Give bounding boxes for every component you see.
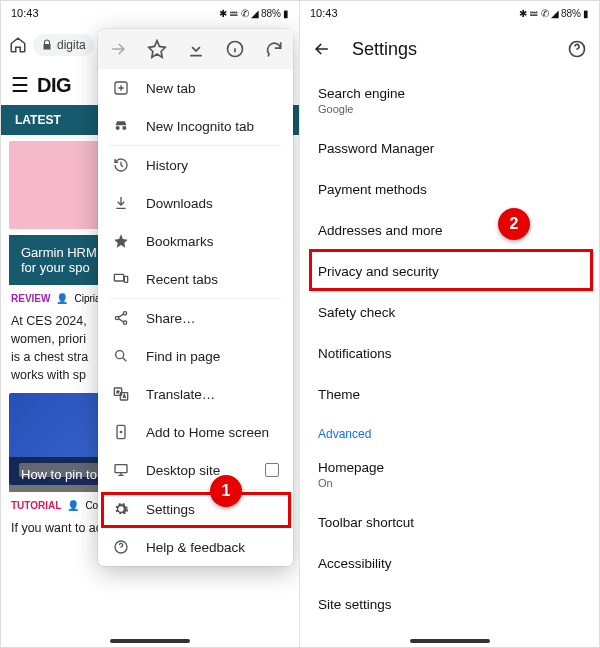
tag-review: REVIEW — [11, 293, 50, 304]
status-time: 10:43 — [11, 7, 39, 19]
menu-recent-tabs[interactable]: Recent tabs — [98, 260, 293, 298]
gesture-bar — [110, 639, 190, 643]
menu-label: Translate… — [146, 387, 215, 402]
settings-section-advanced: Advanced — [300, 415, 599, 447]
battery-icon: ▮ — [583, 8, 589, 19]
settings-theme[interactable]: Theme — [300, 374, 599, 415]
download-arrow-icon — [112, 195, 130, 211]
hamburger-icon[interactable]: ☰ — [11, 73, 29, 97]
menu-label: Recent tabs — [146, 272, 218, 287]
page-title: Settings — [352, 39, 417, 60]
settings-safety-check[interactable]: Safety check — [300, 292, 599, 333]
menu-incognito[interactable]: New Incognito tab — [98, 107, 293, 145]
status-bar: 10:43 ✱ ⩸ ✆ ◢ 88% ▮ — [1, 1, 299, 25]
phone-plus-icon — [112, 424, 130, 440]
setting-label: Addresses and more — [318, 223, 581, 238]
settings-site-settings[interactable]: Site settings — [300, 584, 599, 625]
status-bar: 10:43 ✱ ⩸ ✆ ◢ 88% ▮ — [300, 1, 599, 25]
callout-badge-1: 1 — [210, 475, 242, 507]
battery-pct: 88% — [261, 8, 281, 19]
star-icon[interactable] — [141, 33, 173, 65]
signal-icon: ◢ — [551, 8, 559, 19]
info-icon[interactable] — [219, 33, 251, 65]
search-icon — [112, 348, 130, 364]
url-chip[interactable]: digita — [33, 34, 94, 56]
menu-downloads[interactable]: Downloads — [98, 184, 293, 222]
setting-sub: Google — [318, 103, 581, 115]
back-icon[interactable] — [312, 39, 332, 59]
setting-label: Password Manager — [318, 141, 581, 156]
setting-label: Homepage — [318, 460, 581, 475]
phone-icon: ✆ — [241, 8, 249, 19]
menu-label: Desktop site — [146, 463, 220, 478]
settings-addresses[interactable]: Addresses and more — [300, 210, 599, 251]
setting-label: Site settings — [318, 597, 581, 612]
menu-new-tab[interactable]: New tab — [98, 69, 293, 107]
menu-label: Find in page — [146, 349, 220, 364]
status-icons: ✱ ⩸ ✆ ◢ 88% ▮ — [519, 8, 589, 19]
menu-label: Help & feedback — [146, 540, 245, 555]
author-icon: 👤 — [56, 293, 68, 304]
refresh-icon[interactable] — [258, 33, 290, 65]
settings-notifications[interactable]: Notifications — [300, 333, 599, 374]
menu-top-row — [98, 29, 293, 69]
svg-rect-3 — [124, 276, 127, 282]
menu-desktop-site[interactable]: Desktop site — [98, 451, 293, 489]
desktop-checkbox[interactable] — [265, 463, 279, 477]
callout-badge-2: 2 — [498, 208, 530, 240]
settings-password-manager[interactable]: Password Manager — [300, 128, 599, 169]
menu-help[interactable]: Help & feedback — [98, 528, 293, 566]
history-icon — [112, 157, 130, 173]
star-filled-icon — [112, 233, 130, 249]
site-brand: DIG — [37, 74, 71, 97]
download-icon[interactable] — [180, 33, 212, 65]
author-icon: 👤 — [67, 500, 79, 511]
menu-find[interactable]: Find in page — [98, 337, 293, 375]
home-icon[interactable] — [9, 36, 27, 54]
phone-browser-menu: 10:43 ✱ ⩸ ✆ ◢ 88% ▮ digita ☰ — [1, 1, 300, 647]
chrome-menu: New tab New Incognito tab History Downlo… — [98, 29, 293, 566]
battery-icon: ▮ — [283, 8, 289, 19]
settings-header: Settings — [300, 25, 599, 73]
callout-box-2 — [309, 249, 593, 291]
menu-label: Add to Home screen — [146, 425, 269, 440]
menu-translate[interactable]: Translate… — [98, 375, 293, 413]
incognito-icon — [112, 118, 130, 134]
phone-icon: ✆ — [541, 8, 549, 19]
menu-bookmarks[interactable]: Bookmarks — [98, 222, 293, 260]
url-text: digita — [57, 38, 86, 52]
menu-share[interactable]: Share… — [98, 299, 293, 337]
settings-accessibility[interactable]: Accessibility — [300, 543, 599, 584]
setting-label: Safety check — [318, 305, 581, 320]
tag-tutorial: TUTORIAL — [11, 500, 61, 511]
menu-add-home[interactable]: Add to Home screen — [98, 413, 293, 451]
settings-homepage[interactable]: Homepage On — [300, 447, 599, 502]
menu-label: History — [146, 158, 188, 173]
setting-label: Toolbar shortcut — [318, 515, 581, 530]
help-circle-icon[interactable] — [567, 39, 587, 59]
menu-label: Bookmarks — [146, 234, 214, 249]
phone-settings: 10:43 ✱ ⩸ ✆ ◢ 88% ▮ Settings Search engi… — [300, 1, 599, 647]
menu-label: Share… — [146, 311, 196, 326]
settings-payment-methods[interactable]: Payment methods — [300, 169, 599, 210]
devices-icon — [112, 271, 130, 287]
signal-icon: ◢ — [251, 8, 259, 19]
setting-sub: On — [318, 477, 581, 489]
gesture-bar — [410, 639, 490, 643]
translate-icon — [112, 386, 130, 402]
lock-icon — [41, 39, 53, 51]
battery-pct: 88% — [561, 8, 581, 19]
setting-label: Theme — [318, 387, 581, 402]
svg-point-7 — [116, 351, 124, 359]
setting-label: Search engine — [318, 86, 581, 101]
svg-rect-2 — [114, 274, 123, 281]
settings-toolbar-shortcut[interactable]: Toolbar shortcut — [300, 502, 599, 543]
menu-history[interactable]: History — [98, 146, 293, 184]
forward-icon[interactable] — [102, 33, 134, 65]
plus-square-icon — [112, 80, 130, 96]
status-icons: ✱ ⩸ ✆ ◢ 88% ▮ — [219, 8, 289, 19]
settings-search-engine[interactable]: Search engine Google — [300, 73, 599, 128]
svg-rect-11 — [115, 465, 127, 473]
setting-label: Notifications — [318, 346, 581, 361]
wifi-call-icon: ⩸ — [529, 8, 539, 19]
